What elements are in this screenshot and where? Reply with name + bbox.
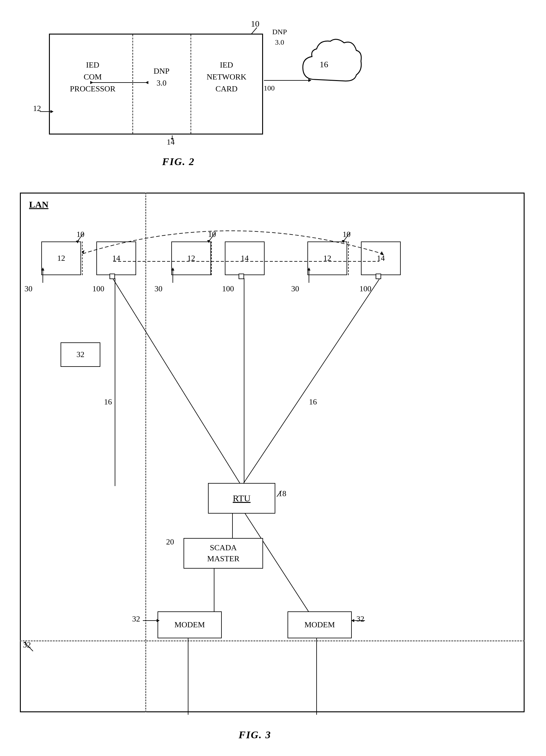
- scada-label: SCADAMASTER: [207, 542, 239, 565]
- svg-line-34: [25, 644, 33, 651]
- fig3-rtu-box: RTU: [208, 483, 275, 514]
- fig3-modem-right: MODEM: [288, 611, 352, 638]
- svg-marker-35: [24, 641, 27, 644]
- fig3-label-16a: 16: [104, 397, 112, 407]
- fig3-18-arrow: [275, 489, 285, 498]
- fig3-32c-arrow: [141, 616, 163, 625]
- fig3-modem-left: MODEM: [157, 611, 222, 638]
- svg-marker-37: [157, 619, 160, 622]
- svg-marker-22: [308, 267, 311, 271]
- page: 10 IEDCOMPROCESSOR DNP3.0 IEDNETWORKCARD…: [0, 0, 546, 756]
- fig3-modem-left-down: [183, 638, 193, 715]
- ied-network-card-label: IEDNETWORKCARD: [192, 59, 261, 95]
- fig2-12-arrow: [38, 107, 53, 116]
- fig3-scada-box: SCADAMASTER: [183, 538, 263, 569]
- svg-marker-18: [171, 267, 174, 271]
- fig3-caption: FIG. 3: [238, 729, 271, 741]
- fig2-divider-2: [190, 35, 191, 134]
- fig3-dashed-horizontal: [20, 640, 525, 641]
- fig3-line-16-right: [214, 277, 428, 491]
- fig3-label-20: 20: [166, 537, 174, 547]
- fig3-label-16b: 16: [309, 397, 317, 407]
- fig3-label-32c: 32: [132, 614, 140, 624]
- rtu-label: RTU: [233, 493, 250, 503]
- fig3-32b-arrow: [21, 639, 36, 654]
- svg-marker-14: [41, 267, 44, 271]
- svg-marker-3: [90, 81, 93, 84]
- fig3-label-30a: 30: [24, 284, 32, 293]
- svg-line-29: [241, 279, 379, 486]
- dnp-topright-label: DNP3.0: [272, 27, 287, 47]
- fig2-14-arrow: [168, 134, 177, 140]
- fig3-dashed-arc: [61, 199, 398, 260]
- svg-line-30: [277, 491, 282, 497]
- fig3-modem-right-down: [312, 638, 321, 715]
- fig3-32d-arrow: [351, 616, 367, 625]
- svg-marker-24: [380, 251, 384, 255]
- svg-marker-10: [171, 138, 174, 140]
- svg-marker-8: [50, 110, 53, 113]
- fig3-lan-label: LAN: [29, 199, 48, 210]
- modem-right-label: MODEM: [305, 620, 335, 629]
- fig3-dashed-connection: [113, 260, 389, 263]
- fig2-cloud: [297, 34, 364, 95]
- fig2-label-16: 16: [320, 60, 328, 69]
- fig2-main-box: IEDCOMPROCESSOR DNP3.0 IEDNETWORKCARD: [49, 34, 263, 135]
- fig2-caption: FIG. 2: [162, 156, 194, 168]
- modem-left-label: MODEM: [174, 620, 205, 629]
- svg-marker-39: [351, 619, 354, 622]
- svg-marker-4: [145, 81, 148, 84]
- fig2-dnp-arrow: [89, 78, 150, 87]
- fig3-30a-arrow: [31, 266, 49, 284]
- fig2-label-100: 100: [264, 84, 275, 92]
- ied-com-processor-label: IEDCOMPROCESSOR: [56, 59, 129, 95]
